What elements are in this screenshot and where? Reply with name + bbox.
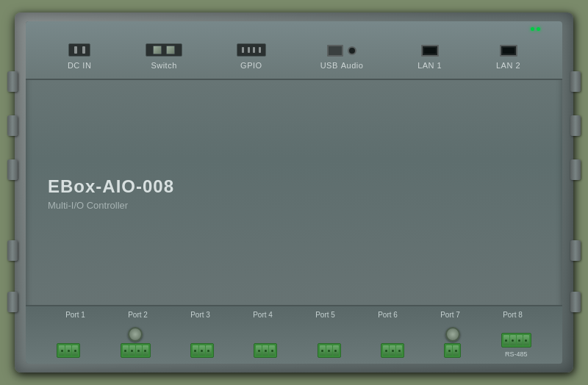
port7-pin2 — [453, 345, 459, 356]
port2-connector — [121, 327, 151, 358]
port3-terminal — [190, 343, 214, 358]
lan2-port — [500, 45, 517, 57]
dc-in-connector — [68, 43, 90, 57]
port6-label: Port 6 — [378, 311, 398, 319]
port2-label: Port 2 — [128, 311, 148, 319]
dc-in-group: DC IN — [68, 43, 91, 70]
port2-pin2 — [129, 345, 135, 356]
port4-pin1 — [256, 345, 262, 356]
switch-group: Switch — [146, 43, 182, 70]
port7-connector — [444, 327, 461, 358]
port2-circular — [128, 327, 143, 342]
dc-pin-1 — [74, 46, 77, 54]
usb-label: USB — [320, 61, 338, 70]
device-label-group: EBox-AIO-008 Multi-I/O Controller — [48, 176, 174, 211]
port8-pin3 — [517, 335, 523, 345]
port6-pin1 — [383, 345, 389, 356]
bottom-connectors-row: RS-485 — [26, 327, 562, 358]
port7-terminal — [444, 343, 461, 358]
port2-terminal — [121, 343, 151, 358]
lan1-label: LAN 1 — [417, 61, 442, 70]
device-chassis: DC IN Switch — [15, 12, 573, 373]
mount-tab-left-mid — [7, 115, 18, 136]
port5-connector — [318, 343, 341, 358]
port1-pin1 — [59, 345, 65, 356]
device-body: DC IN Switch — [26, 21, 562, 364]
main-area: EBox-AIO-008 Multi-I/O Controller — [26, 82, 562, 305]
dc-in-label: DC IN — [68, 61, 91, 70]
port3-pin2 — [199, 345, 205, 356]
usb-audio-group: USB Audio — [320, 45, 364, 70]
port1-label: Port 1 — [65, 311, 85, 319]
led-2 — [537, 27, 540, 31]
port6-pin3 — [396, 345, 402, 356]
port4-pin3 — [269, 345, 275, 356]
mount-tab-right-bot2 — [570, 292, 581, 312]
dc-pin-2 — [82, 46, 85, 54]
port1-connector — [57, 343, 80, 358]
mount-tab-left-bot2 — [7, 292, 18, 312]
port5-label: Port 5 — [315, 311, 335, 319]
switch-label: Switch — [151, 61, 176, 70]
port8-connector: RS-485 — [501, 333, 531, 358]
port2-pin1 — [123, 345, 129, 356]
port5-pin3 — [333, 345, 339, 356]
gpio-label: GPIO — [240, 61, 262, 70]
port2-pin4 — [143, 345, 148, 356]
gpio-pin-1 — [242, 47, 244, 53]
mount-tab-left-bot — [7, 240, 18, 261]
port7-circular — [445, 327, 460, 342]
device-name: EBox-AIO-008 — [48, 176, 174, 197]
lan1-port — [421, 45, 439, 57]
port1-terminal — [57, 343, 80, 358]
port1-pin3 — [72, 345, 78, 356]
port4-connector — [254, 343, 277, 358]
bottom-labels-row: Port 1 Port 2 Port 3 Port 4 Port 5 Port … — [26, 311, 562, 319]
port6-connector — [381, 343, 404, 358]
port5-pin1 — [320, 345, 326, 356]
gpio-connector — [237, 43, 266, 57]
mount-tab-right-top — [570, 71, 581, 92]
gpio-pin-3 — [253, 47, 255, 53]
port4-pin2 — [262, 345, 268, 356]
mount-tab-left-top — [7, 71, 18, 92]
switch-btn-1 — [153, 46, 162, 54]
mount-tab-right-lower — [570, 159, 581, 180]
lan2-label: LAN 2 — [496, 61, 520, 70]
device-subtitle: Multi-I/O Controller — [48, 200, 174, 211]
port4-terminal — [254, 343, 277, 358]
audio-label: Audio — [341, 61, 364, 70]
port8-pin2 — [510, 335, 516, 345]
switch-connector — [146, 43, 182, 57]
top-labels-row: DC IN Switch — [26, 43, 562, 70]
bottom-panel: Port 1 Port 2 Port 3 Port 4 Port 5 Port … — [26, 305, 562, 364]
port3-pin1 — [193, 345, 198, 356]
gpio-pin-2 — [248, 47, 250, 53]
port5-terminal — [318, 343, 341, 358]
audio-jack — [348, 46, 356, 55]
port4-label: Port 4 — [253, 311, 273, 319]
mount-tab-right-bot — [570, 240, 581, 261]
port5-pin2 — [326, 345, 332, 356]
port3-connector — [190, 343, 214, 358]
mount-tab-left-lower — [7, 159, 18, 180]
port3-pin3 — [206, 345, 212, 356]
lan2-group: LAN 2 — [496, 45, 520, 70]
mount-tab-right-mid — [570, 115, 581, 136]
port1-pin2 — [65, 345, 71, 356]
port8-label: Port 8 — [503, 311, 523, 319]
port8-pin1 — [503, 335, 509, 345]
port8-pin4 — [523, 335, 529, 345]
top-panel: DC IN Switch — [26, 21, 562, 80]
port7-pin1 — [446, 345, 452, 356]
led-1 — [531, 27, 534, 31]
switch-btn-2 — [166, 46, 175, 54]
port8-terminal — [501, 333, 531, 348]
port3-label: Port 3 — [190, 311, 210, 319]
port2-pin3 — [136, 345, 142, 356]
led-row — [531, 27, 540, 31]
gpio-group: GPIO — [237, 43, 266, 70]
port7-label: Port 7 — [440, 311, 460, 319]
port6-terminal — [381, 343, 404, 358]
usb-port — [327, 45, 343, 57]
